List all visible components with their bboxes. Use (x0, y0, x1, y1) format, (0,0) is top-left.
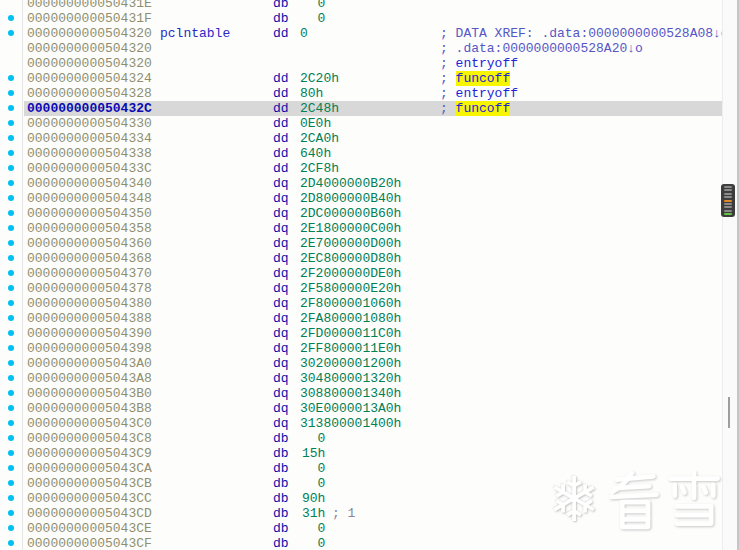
line-dot-icon (8, 75, 14, 81)
listing-row[interactable]: 0000000000504368dq2EC800000D80h (24, 251, 722, 266)
line-dot-icon (8, 300, 14, 306)
inline-comment: ; 1 (332, 506, 355, 521)
data-value: 2CA0h (300, 131, 339, 146)
data-value: 313800001400h (300, 416, 401, 431)
listing-row[interactable]: 00000000005043CEdb 0 (24, 521, 722, 536)
listing-row[interactable]: 00000000005043C8db 0 (24, 431, 722, 446)
data-value: 302000001200h (300, 356, 401, 371)
listing-row[interactable]: 0000000000504320pclntabledd0; DATA XREF:… (24, 26, 722, 41)
data-directive: db (273, 11, 289, 26)
data-directive: db (273, 431, 289, 446)
listing-row[interactable]: 00000000005043CAdb 0 (24, 461, 722, 476)
listing-row[interactable]: 000000000050431Fdb 0 (24, 11, 722, 26)
xref-comment: ; DATA XREF: .data:0000000000528A08↓o (440, 26, 729, 41)
listing-row[interactable]: 00000000005043CBdb 0 (24, 476, 722, 491)
scrollbar-thumb[interactable] (728, 397, 730, 428)
line-dot-icon (8, 390, 14, 396)
address-label: 00000000005043CE (27, 521, 152, 536)
data-directive: dq (273, 266, 289, 281)
listing-row[interactable]: 0000000000504380dq2F8000001060h (24, 296, 722, 311)
line-dot-icon (8, 180, 14, 186)
address-label: 00000000005043C9 (27, 446, 152, 461)
comment-semicolon: ; (440, 56, 456, 71)
address-label: 00000000005043CC (27, 491, 152, 506)
line-dot-icon (8, 450, 14, 456)
listing-row[interactable]: 0000000000504330dd0E0h (24, 116, 722, 131)
listing-row[interactable]: 00000000005043C9db15h (24, 446, 722, 461)
comment-keyword: funcoff (456, 71, 511, 86)
line-dot-icon (8, 345, 14, 351)
listing-row[interactable]: 00000000005043B8dq30E0000013A0h (24, 401, 722, 416)
listing-row[interactable]: 0000000000504390dq2FD0000011C0h (24, 326, 722, 341)
listing-row[interactable]: 0000000000504398dq2FF8000011E0h (24, 341, 722, 356)
listing-row[interactable]: 0000000000504388dq2FA800001080h (24, 311, 722, 326)
data-value: 2FF8000011E0h (300, 341, 401, 356)
offset-comment: ; funcoff (440, 71, 510, 86)
data-value: 0 (302, 461, 325, 476)
data-directive: dq (273, 341, 289, 356)
listing-row[interactable]: 000000000050432Cdd2C48h; funcoff (24, 101, 722, 116)
listing-row[interactable]: 0000000000504348dq2D8000000B40h (24, 191, 722, 206)
data-value: 308800001340h (300, 386, 401, 401)
offset-comment: ; entryoff (440, 86, 518, 101)
listing-row[interactable]: 0000000000504360dq2E7000000D00h (24, 236, 722, 251)
symbol-name[interactable]: pclntable (160, 26, 230, 41)
minimap-marker-widget[interactable] (721, 184, 735, 217)
listing-row[interactable]: 000000000050431Edb 0 (24, 0, 722, 11)
listing-row[interactable]: 0000000000504370dq2F2000000DE0h (24, 266, 722, 281)
line-dot-icon (8, 270, 14, 276)
data-value: 0 (302, 11, 325, 26)
data-directive: dq (273, 296, 289, 311)
line-dot-icon (8, 240, 14, 246)
address-label: 0000000000504338 (27, 146, 152, 161)
listing-row[interactable]: 00000000005043CDdb31h; 1 (24, 506, 722, 521)
listing-row[interactable]: 00000000005043B0dq308800001340h (24, 386, 722, 401)
data-value: 0 (302, 536, 325, 550)
data-value: 2F8000001060h (300, 296, 401, 311)
listing-row[interactable]: 0000000000504350dq2DC000000B60h (24, 206, 722, 221)
line-dot-icon (8, 525, 14, 531)
line-dot-icon (8, 195, 14, 201)
address-label: 00000000005043C0 (27, 416, 152, 431)
comment-keyword: funcoff (456, 101, 511, 116)
address-label: 00000000005043A8 (27, 371, 152, 386)
listing-row[interactable]: 0000000000504340dq2D4000000B20h (24, 176, 722, 191)
listing-row[interactable]: 0000000000504324dd2C20h; funcoff (24, 71, 722, 86)
xref-comment: ; .data:0000000000528A20↓o (440, 41, 643, 56)
line-dot-icon (8, 315, 14, 321)
address-label: 00000000005043CD (27, 506, 152, 521)
listing-row[interactable]: 00000000005043CCdb90h (24, 491, 722, 506)
listing-row[interactable]: 0000000000504334dd2CA0h (24, 131, 722, 146)
data-value: 2CF8h (300, 161, 339, 176)
data-directive: dd (273, 71, 289, 86)
scrollbar-track[interactable] (722, 0, 739, 550)
listing-row[interactable]: 00000000005043A0dq302000001200h (24, 356, 722, 371)
listing-row[interactable]: 00000000005043A8dq304800001320h (24, 371, 722, 386)
data-directive: db (273, 536, 289, 550)
address-label: 0000000000504320 (27, 26, 152, 41)
data-directive: db (273, 506, 289, 521)
data-value: 2EC800000D80h (300, 251, 401, 266)
data-directive: dd (273, 101, 289, 116)
line-dot-icon (8, 150, 14, 156)
listing-row[interactable]: 00000000005043CFdb 0 (24, 536, 722, 550)
data-directive: db (273, 521, 289, 536)
data-directive: dq (273, 221, 289, 236)
data-value: 2D4000000B20h (300, 176, 401, 191)
minimap-mark-orange (724, 200, 732, 202)
data-value: 2E7000000D00h (300, 236, 401, 251)
line-dot-icon (8, 135, 14, 141)
address-label: 0000000000504368 (27, 251, 152, 266)
listing-row[interactable]: 0000000000504328dd80h; entryoff (24, 86, 722, 101)
listing-row[interactable]: 00000000005043C0dq313800001400h (24, 416, 722, 431)
data-directive: dq (273, 176, 289, 191)
listing-row[interactable]: 0000000000504320; entryoff (24, 56, 722, 71)
address-label: 0000000000504388 (27, 311, 152, 326)
listing-row[interactable]: 0000000000504358dq2E1800000C00h (24, 221, 722, 236)
address-label: 0000000000504390 (27, 326, 152, 341)
listing-row[interactable]: 0000000000504320; .data:0000000000528A20… (24, 41, 722, 56)
listing-row[interactable]: 0000000000504378dq2F5800000E20h (24, 281, 722, 296)
listing-row[interactable]: 000000000050433Cdd2CF8h (24, 161, 722, 176)
listing-row[interactable]: 0000000000504338dd640h (24, 146, 722, 161)
address-label: 00000000005043B0 (27, 386, 152, 401)
